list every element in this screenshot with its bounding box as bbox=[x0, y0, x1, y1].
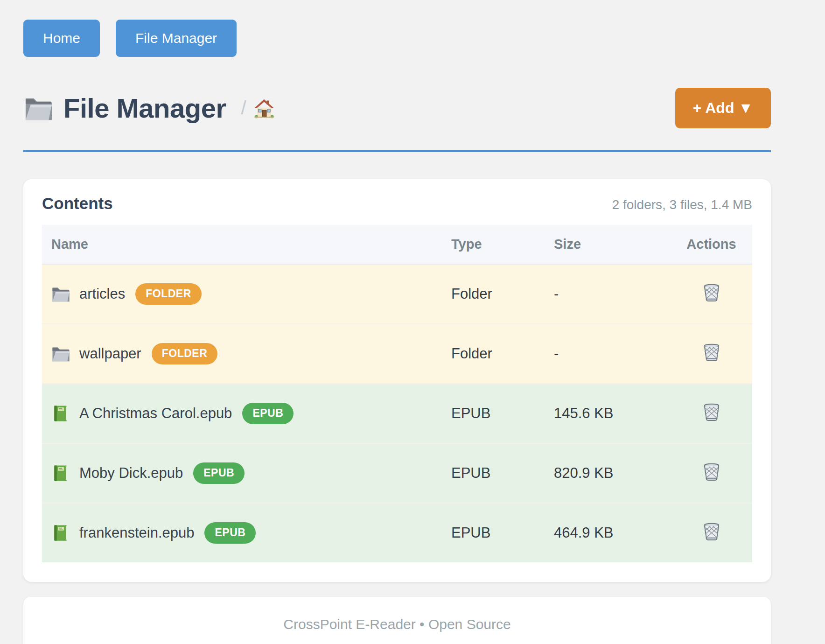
breadcrumb: / bbox=[241, 98, 274, 119]
add-button[interactable]: + Add ▼ bbox=[675, 88, 771, 128]
file-type-badge: EPUB bbox=[204, 522, 256, 544]
table-row[interactable]: articles FOLDER Folder - bbox=[42, 264, 752, 324]
contents-heading: Contents bbox=[42, 194, 113, 213]
footer: CrossPoint E-Reader • Open Source bbox=[23, 597, 771, 644]
column-header-size: Size bbox=[554, 225, 671, 264]
book-icon bbox=[51, 405, 70, 422]
file-table: Name Type Size Actions articles FOLDER F… bbox=[42, 225, 752, 562]
file-name[interactable]: Moby Dick.epub bbox=[79, 465, 183, 482]
trash-icon bbox=[701, 402, 722, 422]
file-type-badge: FOLDER bbox=[135, 283, 202, 305]
footer-text: CrossPoint E-Reader • Open Source bbox=[283, 616, 510, 632]
page-title: File Manager bbox=[63, 92, 226, 124]
delete-button[interactable] bbox=[700, 401, 723, 423]
file-name[interactable]: articles bbox=[79, 286, 125, 302]
house-icon[interactable] bbox=[254, 98, 274, 119]
trash-icon bbox=[701, 462, 722, 482]
file-type: Folder bbox=[451, 264, 554, 324]
table-row[interactable]: wallpaper FOLDER Folder - bbox=[42, 324, 752, 384]
page: Home File Manager File Manager / + Add ▼… bbox=[23, 0, 771, 644]
file-name[interactable]: A Christmas Carol.epub bbox=[79, 405, 232, 422]
nav-file-manager-button[interactable]: File Manager bbox=[116, 20, 237, 57]
trash-icon bbox=[701, 521, 722, 542]
file-name[interactable]: wallpaper bbox=[79, 345, 141, 362]
file-type-badge: EPUB bbox=[242, 403, 294, 424]
table-row[interactable]: A Christmas Carol.epub EPUB EPUB 145.6 K… bbox=[42, 384, 752, 443]
contents-summary: 2 folders, 3 files, 1.4 MB bbox=[612, 197, 752, 212]
file-type: EPUB bbox=[451, 443, 554, 503]
page-header: File Manager / + Add ▼ bbox=[23, 88, 771, 128]
file-type: EPUB bbox=[451, 384, 554, 443]
trash-icon bbox=[701, 342, 722, 363]
file-type-badge: EPUB bbox=[193, 462, 245, 484]
delete-button[interactable] bbox=[700, 461, 723, 483]
top-nav: Home File Manager bbox=[23, 20, 771, 57]
divider bbox=[23, 150, 771, 152]
column-header-name: Name bbox=[42, 225, 451, 264]
file-type-badge: FOLDER bbox=[152, 343, 218, 364]
book-icon bbox=[51, 464, 70, 482]
file-type: Folder bbox=[451, 324, 554, 384]
table-row[interactable]: Moby Dick.epub EPUB EPUB 820.9 KB bbox=[42, 443, 752, 503]
file-size: 145.6 KB bbox=[554, 384, 671, 443]
delete-button[interactable] bbox=[700, 281, 723, 304]
trash-icon bbox=[701, 282, 722, 303]
delete-button[interactable] bbox=[700, 520, 723, 543]
file-size: 820.9 KB bbox=[554, 443, 671, 503]
file-size: 464.9 KB bbox=[554, 503, 671, 562]
file-name[interactable]: frankenstein.epub bbox=[79, 525, 194, 541]
table-header-row: Name Type Size Actions bbox=[42, 225, 752, 264]
column-header-actions: Actions bbox=[671, 225, 752, 264]
column-header-type: Type bbox=[451, 225, 554, 264]
file-size: - bbox=[554, 264, 671, 324]
breadcrumb-separator: / bbox=[241, 98, 246, 119]
table-row[interactable]: frankenstein.epub EPUB EPUB 464.9 KB bbox=[42, 503, 752, 562]
folder-icon bbox=[23, 95, 53, 122]
folder-icon bbox=[51, 345, 70, 363]
file-type: EPUB bbox=[451, 503, 554, 562]
book-icon bbox=[51, 524, 70, 542]
contents-card: Contents 2 folders, 3 files, 1.4 MB Name… bbox=[23, 179, 771, 582]
file-size: - bbox=[554, 324, 671, 384]
delete-button[interactable] bbox=[700, 341, 723, 364]
file-table-body: articles FOLDER Folder - wallpaper FOLDE… bbox=[42, 264, 752, 562]
folder-icon bbox=[51, 285, 70, 303]
nav-home-button[interactable]: Home bbox=[23, 20, 100, 57]
